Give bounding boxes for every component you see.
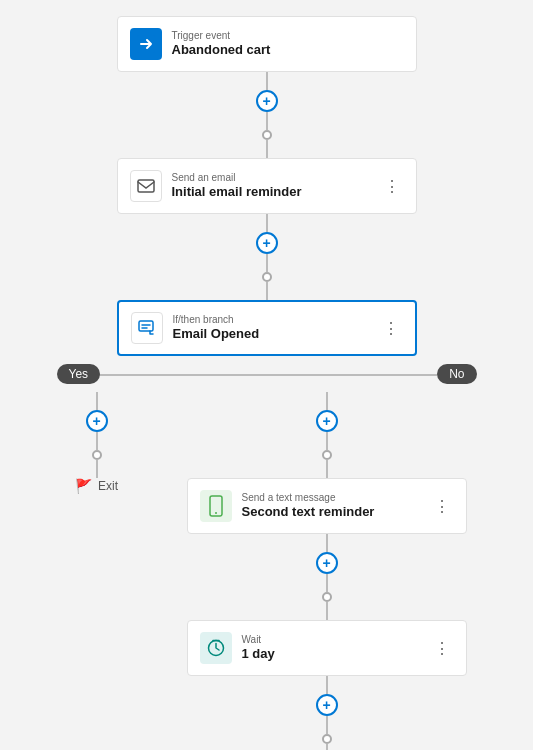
no-branch-label: No xyxy=(437,364,476,382)
no-line-1 xyxy=(326,392,328,410)
yes-line-1 xyxy=(96,392,98,410)
wait-text: Wait 1 day xyxy=(242,633,430,663)
no-line-5 xyxy=(326,574,328,592)
connector-line-1 xyxy=(266,72,268,90)
no-line-8 xyxy=(326,716,328,734)
no-branch: + Send a text message Second text remind… xyxy=(157,392,497,750)
yes-branch: + 🚩 Exit xyxy=(37,392,157,494)
no-add-step-2[interactable]: + xyxy=(316,552,338,574)
wait-label: Wait xyxy=(242,633,430,646)
svg-rect-2 xyxy=(139,321,153,331)
trigger-title: Abandoned cart xyxy=(172,42,404,59)
flow-canvas: Trigger event Abandoned cart + Send an e… xyxy=(0,0,533,750)
trigger-label: Trigger event xyxy=(172,29,404,42)
email-text: Send an email Initial email reminder xyxy=(172,171,380,201)
no-line-7 xyxy=(326,676,328,694)
trigger-text: Trigger event Abandoned cart xyxy=(172,29,404,59)
no-line-4 xyxy=(326,534,328,552)
branch-split-row: Yes No xyxy=(37,356,497,392)
no-line-3 xyxy=(326,460,328,478)
trigger-icon xyxy=(130,28,162,60)
add-step-2[interactable]: + xyxy=(256,232,278,254)
connector-circle-1 xyxy=(262,130,272,140)
yes-exit-node: 🚩 Exit xyxy=(75,478,118,494)
sms-icon xyxy=(200,490,232,522)
sms-text: Send a text message Second text reminder xyxy=(242,491,430,521)
connector-line-3 xyxy=(266,140,268,158)
sms-label: Send a text message xyxy=(242,491,430,504)
email-icon xyxy=(130,170,162,202)
yes-circle xyxy=(92,450,102,460)
no-line-9 xyxy=(326,744,328,750)
connector-line-6 xyxy=(266,282,268,300)
svg-rect-1 xyxy=(138,180,154,192)
sms-menu-icon[interactable]: ⋮ xyxy=(430,497,454,516)
wait-card[interactable]: Wait 1 day ⋮ xyxy=(187,620,467,676)
email-card[interactable]: Send an email Initial email reminder ⋮ xyxy=(117,158,417,214)
email-menu-icon[interactable]: ⋮ xyxy=(380,177,404,196)
branch-menu-icon[interactable]: ⋮ xyxy=(379,319,403,338)
email-label: Send an email xyxy=(172,171,380,184)
yes-branch-label: Yes xyxy=(57,364,101,382)
no-circle-2 xyxy=(322,592,332,602)
branch-title: Email Opened xyxy=(173,326,379,343)
trigger-card[interactable]: Trigger event Abandoned cart xyxy=(117,16,417,72)
branch-text: If/then branch Email Opened xyxy=(173,313,379,343)
yes-line-3 xyxy=(96,460,98,478)
connector-line-5 xyxy=(266,254,268,272)
no-line-6 xyxy=(326,602,328,620)
no-circle-1 xyxy=(322,450,332,460)
sms-card[interactable]: Send a text message Second text reminder… xyxy=(187,478,467,534)
svg-point-4 xyxy=(215,512,217,514)
branch-label: If/then branch xyxy=(173,313,379,326)
wait-title: 1 day xyxy=(242,646,430,663)
branch-card[interactable]: If/then branch Email Opened ⋮ xyxy=(117,300,417,356)
yes-exit-label: Exit xyxy=(98,479,118,493)
branch-icon xyxy=(131,312,163,344)
connector-line-4 xyxy=(266,214,268,232)
add-step-1[interactable]: + xyxy=(256,90,278,112)
branches-container: + 🚩 Exit + xyxy=(37,392,497,750)
wait-menu-icon[interactable]: ⋮ xyxy=(430,639,454,658)
yes-exit-flag-icon: 🚩 xyxy=(75,478,92,494)
yes-add-step[interactable]: + xyxy=(86,410,108,432)
sms-title: Second text reminder xyxy=(242,504,430,521)
no-circle-3 xyxy=(322,734,332,744)
branch-horizontal-line xyxy=(97,374,437,376)
connector-circle-2 xyxy=(262,272,272,282)
email-title: Initial email reminder xyxy=(172,184,380,201)
connector-line-2 xyxy=(266,112,268,130)
no-add-step-3[interactable]: + xyxy=(316,694,338,716)
yes-line-2 xyxy=(96,432,98,450)
wait-icon xyxy=(200,632,232,664)
no-add-step-1[interactable]: + xyxy=(316,410,338,432)
no-line-2 xyxy=(326,432,328,450)
